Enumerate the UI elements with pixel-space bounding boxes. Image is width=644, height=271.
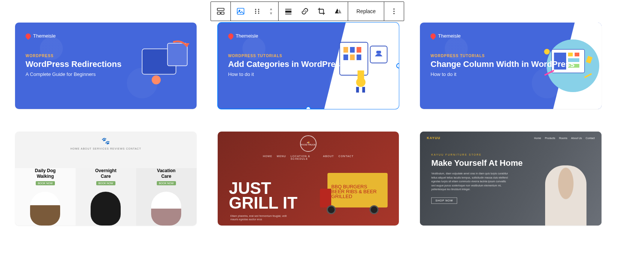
align-button[interactable] [280,2,297,20]
svg-point-9 [255,12,256,14]
gallery-image-categories-selected[interactable]: Themeisle WORDPRESS TUTORIALS Add Catego… [218,23,399,109]
crop-button[interactable] [313,2,330,20]
paw-logo-icon: 🐾 [101,136,111,146]
gallery-grid: Themeisle WORDPRESS WordPress Redirectio… [15,23,602,226]
gallery-image-kayuu[interactable]: KAYUU HomeProductsRoomsAbout UsContact K… [420,132,602,226]
svg-point-14 [394,8,395,9]
gallery-image-food-truck[interactable]: 🚚FOOD TRUCK HOMEMENULOCATION & SCHEDULEA… [218,132,399,226]
resize-handle-right[interactable] [396,63,399,68]
block-type-image-button[interactable] [232,2,249,20]
drag-handle[interactable] [249,2,265,20]
svg-rect-22 [350,47,355,53]
brand-label: Themeisle [26,33,186,39]
more-options-button[interactable] [386,2,402,20]
food-truck-logo: 🚚FOOD TRUCK [300,135,317,152]
svg-rect-13 [285,14,292,14]
svg-point-8 [258,11,259,12]
svg-rect-3 [237,8,244,14]
svg-point-5 [255,9,256,10]
move-up-button[interactable]: ▲ [265,7,277,11]
brand-label: Themeisle [228,33,389,39]
svg-point-6 [258,9,259,10]
person-kitchen-image [545,165,586,226]
svg-rect-1 [217,12,220,14]
duotone-button[interactable] [330,2,346,20]
svg-rect-2 [221,12,224,14]
svg-rect-31 [356,87,359,92]
svg-point-7 [255,11,256,12]
svg-rect-21 [344,47,349,53]
svg-rect-32 [362,87,365,92]
svg-rect-11 [285,9,292,10]
dog-image-2 [91,192,121,226]
svg-point-16 [394,13,395,14]
svg-rect-28 [376,51,381,54]
svg-rect-23 [357,47,362,53]
svg-point-15 [394,11,395,12]
move-down-button[interactable]: ▼ [265,12,277,15]
dog-image-1 [30,192,60,226]
replace-button[interactable]: Replace [350,8,382,14]
kayuu-logo: KAYUU [427,136,440,140]
resize-handle-bottom[interactable] [306,106,311,109]
gallery-image-redirections[interactable]: Themeisle WORDPRESS WordPress Redirectio… [15,23,197,109]
gallery-image-column-width[interactable]: Themeisle WORDPRESS TUTORIALS Change Col… [420,23,602,109]
truck-illustration: BBQ BURGERS BEER RIBS & BEER GRILLED [320,173,388,214]
gallery-image-dog-care[interactable]: 🐾 HOME ABOUT SERVICES REVIEWS CONTACT Da… [15,132,197,226]
block-toolbar: ▲ ▼ Replace [211,2,404,21]
parent-block-button[interactable] [212,2,229,20]
svg-rect-12 [285,11,292,13]
brand-label: Themeisle [430,33,591,39]
svg-point-10 [258,12,259,14]
svg-rect-0 [217,8,224,11]
dog-image-3 [151,192,181,226]
link-button[interactable] [297,2,313,20]
